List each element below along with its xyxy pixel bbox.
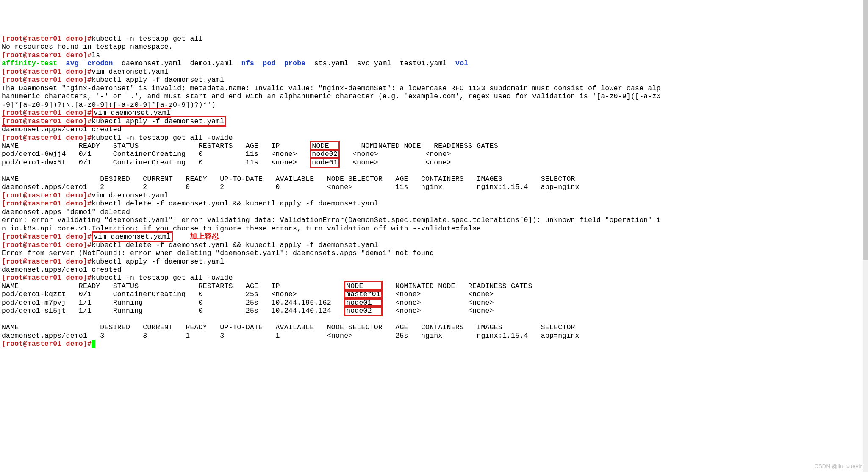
cmd: vim daemonset.yaml [94,233,171,241]
ls-item: nfs [241,59,254,67]
ls-item: sts.yaml [314,59,349,67]
col-node: node02 [346,307,380,315]
table-header: NAME DESIRED CURRENT READY UP-TO-DATE AV… [2,175,575,183]
highlight-box: node02 [344,305,383,316]
ls-item: pod [263,59,275,67]
cmd: kubectl -n testapp get all [92,35,203,43]
table-row: pod/demo1-sl5jt 1/1 Running 0 25s 10.244… [2,307,344,315]
scrollbar-thumb[interactable] [863,0,868,260]
cmd: kubectl apply -f daemonset.yaml [92,258,224,266]
table-row: pod/demo1-m7pvj 1/1 Running 0 25s 10.244… [2,299,344,307]
terminal-output: [root@master01 demo]#kubectl -n testapp … [2,35,866,348]
output-line: daemonset.apps/demo1 created [2,266,122,274]
table-row: daemonset.apps/demo1 3 3 1 3 1 <none> 25… [2,332,580,340]
cmd: vim daemonset.yaml [92,192,169,200]
prompt: [root@master01 demo]# [2,192,92,200]
table-row: <none> <none> [383,290,494,298]
error-line: hanumeric characters, '-' or '.', and mu… [2,92,661,100]
annotation: 加上容忍 [173,233,219,241]
ls-item: probe [284,59,306,67]
cmd: vim daemonset.yaml [94,109,171,117]
cmd: kubectl apply -f daemonset.yaml [92,76,224,84]
error-line: The DaemonSet "nginx-daemonSet" is inval… [2,84,661,92]
prompt: [root@master01 demo]# [2,200,92,208]
highlight-box: vim daemonset.yaml [92,231,173,242]
ls-item: daemonset.yaml [122,59,181,67]
prompt: [root@master01 demo]# [2,68,92,76]
ls-item: affinity-test [2,59,57,67]
ls-item: avg [66,59,79,67]
error-line: error: error validating "daemonset.yaml"… [2,216,661,224]
highlight-box: node01 [310,157,340,168]
error-line: n io.k8s.api.core.v1.Toleration; if you … [2,225,481,233]
cmd: kubectl -n testapp get all -owide [92,274,233,282]
prompt: [root@master01 demo]# [2,274,92,282]
prompt: [root@master01 demo]# [2,35,92,43]
cmd: ls [92,51,100,59]
cmd: kubectl delete -f daemonset.yaml && kube… [92,200,378,208]
ls-item: demo1.yaml [190,59,233,67]
cmd: kubectl delete -f daemonset.yaml && kube… [92,241,378,249]
prompt: [root@master01 demo]# [2,76,92,84]
table-row: <none> <none> [383,299,494,307]
table-row: <none> <none> [340,150,451,158]
ls-item: svc.yaml [357,59,391,67]
table-row: pod/demo1-dwx5t 0/1 ContainerCreating 0 … [2,158,310,167]
output-line: No resources found in testapp namespace. [2,43,173,51]
output-line: daemonset.apps/demo1 created [2,125,122,133]
table-header: NOMINATED NODE READINESS GATES [383,282,532,290]
prompt: [root@master01 demo]# [2,134,92,142]
prompt: [root@master01 demo]# [2,258,92,266]
table-row: <none> <none> [383,307,494,315]
cmd: vim daemonset.yaml [92,68,169,76]
prompt: [root@master01 demo]# [2,51,92,59]
table-header: NOMINATED NODE READINESS GATES [340,142,498,150]
table-row: pod/demo1-kqztt 0/1 ContainerCreating 0 … [2,290,344,298]
cmd: kubectl -n testapp get all -owide [92,134,233,142]
prompt: [root@master01 demo]# [2,340,92,348]
scrollbar[interactable] [863,0,868,416]
cursor[interactable] [92,340,95,348]
table-row: <none> <none> [340,158,451,167]
table-row: daemonset.apps/demo1 2 2 0 2 0 <none> 11… [2,183,580,191]
cmd: kubectl apply -f daemonset.yaml [92,117,224,125]
output-line: daemonset.apps "demo1" deleted [2,208,130,216]
ls-item: test01.yaml [400,59,447,67]
prompt: [root@master01 demo]# [2,233,92,241]
prompt: [root@master01 demo]# [2,117,92,125]
table-header: NAME DESIRED CURRENT READY UP-TO-DATE AV… [2,323,575,331]
table-row: pod/demo1-6wjj4 0/1 ContainerCreating 0 … [2,150,310,158]
table-header: NAME READY STATUS RESTARTS AGE IP [2,142,310,150]
table-header: NAME READY STATUS RESTARTS AGE IP [2,282,344,290]
ls-item: crodon [87,59,113,67]
ls-item: vol [455,59,468,67]
col-node: node01 [312,158,338,167]
prompt: [root@master01 demo]# [2,241,92,249]
error-line: Error from server (NotFound): error when… [2,249,434,257]
